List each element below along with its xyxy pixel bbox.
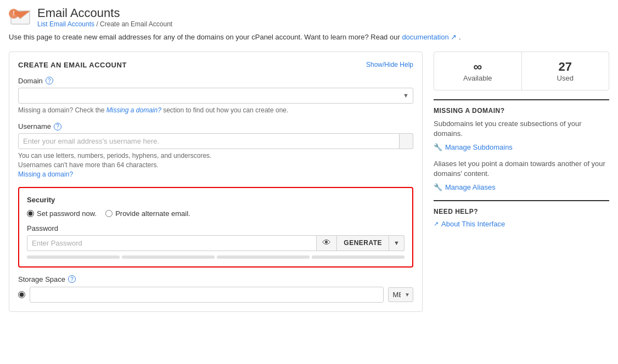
generate-button[interactable]: GENERATE (337, 235, 389, 251)
missing-domain-link-2[interactable]: Missing a domain? (18, 170, 73, 178)
manage-aliases-link[interactable]: 🔧 Manage Aliases (434, 183, 609, 191)
email-icon: ! (9, 5, 32, 29)
username-input[interactable] (18, 133, 400, 149)
storage-field-group: Storage Space ? 250 MB GB ▼ (18, 275, 413, 303)
wrench-icon-2: 🔧 (434, 183, 442, 191)
about-interface-link[interactable]: ↗ About This Interface (434, 220, 609, 228)
available-stat: ∞ Available (434, 52, 521, 90)
wrench-icon-1: 🔧 (434, 143, 442, 151)
manage-aliases-anchor[interactable]: Manage Aliases (445, 183, 496, 191)
manage-subdomains-anchor[interactable]: Manage Subdomains (445, 143, 513, 151)
alternate-email-radio[interactable] (105, 210, 113, 217)
left-panel: CREATE AN EMAIL ACCOUNT Show/Hide Help D… (9, 52, 423, 321)
domain-select[interactable] (18, 88, 413, 104)
username-field-group: Username ? You can use letters, numbers,… (18, 122, 413, 179)
password-strength-bar (27, 255, 404, 259)
username-label: Username ? (18, 122, 413, 130)
storage-row: 250 MB GB ▼ (18, 287, 413, 303)
storage-input[interactable]: 250 (30, 287, 384, 303)
storage-radio[interactable] (18, 291, 25, 298)
domain-select-wrapper: ▼ (18, 88, 413, 104)
used-stat: 27 Used (521, 52, 609, 90)
manage-subdomains-link[interactable]: 🔧 Manage Subdomains (434, 143, 609, 151)
strength-segment-4 (312, 255, 404, 259)
need-help-section: NEED HELP? ↗ About This Interface (434, 200, 609, 228)
domain-label: Domain ? (18, 77, 413, 85)
breadcrumb-list-link[interactable]: List Email Accounts (37, 20, 94, 28)
password-radio-group: Set password now. Provide alternate emai… (27, 209, 404, 218)
aliases-text: Aliases let you point a domain towards a… (434, 159, 609, 179)
security-title: Security (27, 196, 404, 204)
right-panel: ∞ Available 27 Used MISSING A DOMAIN? Su… (434, 52, 609, 321)
form-section-title: CREATE AN EMAIL ACCOUNT (18, 61, 127, 69)
username-row (18, 133, 413, 149)
strength-segment-1 (27, 255, 120, 259)
missing-domain-text: Subdomains let you create subsections of… (434, 119, 609, 139)
username-hint: You can use letters, numbers, periods, h… (18, 151, 413, 179)
intro-text: Use this page to create new email addres… (9, 32, 609, 43)
documentation-link[interactable]: documentation ↗ (402, 33, 459, 41)
storage-label: Storage Space ? (18, 275, 413, 283)
domain-hint: Missing a domain? Check the Missing a do… (18, 106, 413, 115)
alternate-email-option[interactable]: Provide alternate email. (105, 209, 190, 218)
username-domain-button[interactable] (400, 133, 413, 149)
domain-field-group: Domain ? ▼ Missing a domain? Check the M… (18, 77, 413, 115)
available-label: Available (440, 74, 516, 82)
missing-domain-title: MISSING A DOMAIN? (434, 107, 609, 115)
generate-dropdown-button[interactable]: ▼ (389, 235, 404, 251)
infinity-symbol: ∞ (440, 60, 516, 74)
unit-select-wrapper: MB GB ▼ (388, 287, 413, 302)
external-link-icon: ↗ (434, 220, 439, 228)
breadcrumb-current: Create an Email Account (100, 20, 172, 28)
breadcrumb: List Email Accounts / Create an Email Ac… (37, 20, 172, 28)
set-password-option[interactable]: Set password now. (27, 209, 97, 218)
missing-domain-section: MISSING A DOMAIN? Subdomains let you cre… (434, 99, 609, 192)
toggle-visibility-button[interactable]: 👁 (317, 235, 337, 251)
stats-card: ∞ Available 27 Used (434, 52, 609, 90)
chevron-down-icon: ▼ (394, 240, 400, 246)
header-text: Email Accounts List Email Accounts / Cre… (37, 6, 172, 28)
username-help-icon[interactable]: ? (54, 123, 61, 130)
password-row: 👁 GENERATE ▼ (27, 235, 404, 251)
security-box: Security Set password now. Provide alter… (18, 187, 413, 268)
password-label: Password (27, 224, 404, 232)
about-interface-anchor[interactable]: About This Interface (441, 220, 505, 228)
show-hide-help-link[interactable]: Show/Hide Help (366, 61, 413, 69)
used-value: 27 (527, 60, 604, 74)
main-layout: CREATE AN EMAIL ACCOUNT Show/Hide Help D… (9, 52, 609, 321)
page-header: ! Email Accounts List Email Accounts / C… (9, 5, 609, 29)
form-section-header: CREATE AN EMAIL ACCOUNT Show/Hide Help (18, 61, 413, 69)
eye-icon: 👁 (322, 238, 331, 248)
used-label: Used (527, 74, 604, 82)
strength-segment-3 (217, 255, 310, 259)
unit-select[interactable]: MB GB (388, 287, 413, 302)
breadcrumb-separator: / (96, 20, 98, 28)
create-account-card: CREATE AN EMAIL ACCOUNT Show/Hide Help D… (9, 52, 423, 312)
page-title: Email Accounts (37, 6, 172, 20)
strength-segment-2 (122, 255, 215, 259)
password-input[interactable] (27, 235, 317, 251)
storage-help-icon[interactable]: ? (68, 275, 76, 283)
domain-help-icon[interactable]: ? (46, 77, 53, 84)
need-help-title: NEED HELP? (434, 208, 609, 215)
set-password-radio[interactable] (27, 210, 34, 217)
svg-text:!: ! (13, 10, 15, 16)
missing-domain-link-1[interactable]: Missing a domain? (106, 106, 161, 114)
